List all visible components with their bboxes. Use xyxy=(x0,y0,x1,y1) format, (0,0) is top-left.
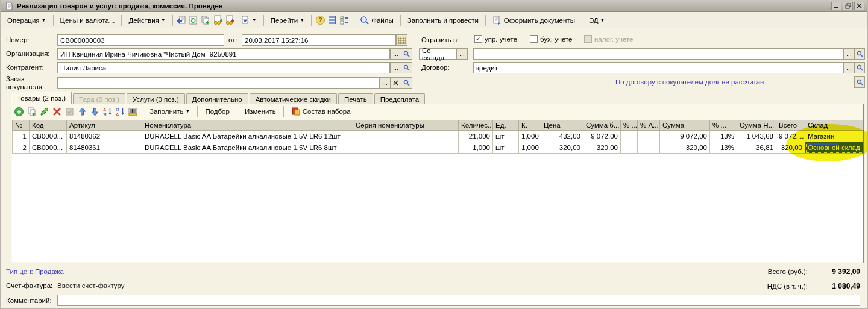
list-settings-icon[interactable] xyxy=(327,15,338,26)
table-cell[interactable]: 2 xyxy=(13,142,30,154)
customer-order-clear-button[interactable] xyxy=(390,77,401,89)
add-row-icon[interactable] xyxy=(13,106,24,117)
warehouse-open-button[interactable] xyxy=(854,48,865,60)
table-cell[interactable]: 320,00 xyxy=(541,142,583,154)
table-cell[interactable]: 21,000 xyxy=(459,131,493,142)
invoice-link[interactable]: Ввести счет-фактуру xyxy=(57,282,124,289)
sort-ascending-icon[interactable]: АЯ xyxy=(102,106,113,117)
column-header-14[interactable]: Сумма Н... xyxy=(737,120,776,131)
column-header-5[interactable]: Количес... xyxy=(459,120,493,131)
set-content-button[interactable]: Состав набора xyxy=(288,105,354,118)
number-input[interactable] xyxy=(57,34,224,46)
sort-descending-icon[interactable]: ЯА xyxy=(115,106,125,117)
table-cell[interactable]: 1,000 xyxy=(459,142,493,154)
table-cell[interactable]: 13% xyxy=(710,131,737,142)
table-cell[interactable]: 9 072,... xyxy=(776,131,805,142)
list-setup-icon[interactable] xyxy=(339,15,350,26)
table-cell[interactable]: 320,00 xyxy=(776,142,805,154)
column-header-0[interactable]: № xyxy=(13,120,30,131)
prices-currency-button[interactable]: Цены и валюта... xyxy=(57,15,119,26)
calendar-button[interactable] xyxy=(396,34,407,46)
warehouse-mode-select-button[interactable]: ... xyxy=(456,48,468,60)
checkbox-book-accounting[interactable]: бух. учете xyxy=(530,35,573,43)
counterparty-select-button[interactable]: ... xyxy=(390,62,401,73)
goto-button[interactable]: Перейти▼ xyxy=(267,15,309,26)
table-cell[interactable] xyxy=(638,131,660,142)
column-header-6[interactable]: Ед. xyxy=(493,120,519,131)
warehouse-input[interactable] xyxy=(473,48,843,60)
tab-6[interactable]: Предоплата xyxy=(374,93,426,104)
table-cell[interactable]: Магазин xyxy=(805,131,863,142)
customer-order-input[interactable] xyxy=(57,77,379,89)
copy-document-icon[interactable] xyxy=(200,15,211,26)
ed-button[interactable]: ЭД▼ xyxy=(585,15,609,26)
barcode-icon[interactable] xyxy=(127,106,138,117)
table-cell[interactable]: 432,00 xyxy=(541,131,583,142)
make-documents-button[interactable]: Оформить документы xyxy=(489,14,579,27)
tab-5[interactable]: Печать xyxy=(338,93,373,104)
table-cell[interactable]: 9 072,00 xyxy=(583,131,621,142)
column-header-2[interactable]: Артикул xyxy=(67,120,142,131)
column-header-15[interactable]: Всего xyxy=(776,120,805,131)
contract-select-button[interactable]: ... xyxy=(843,62,855,73)
tab-1[interactable]: Тара (0 поз.) xyxy=(73,93,125,104)
table-cell[interactable]: шт xyxy=(493,142,519,154)
move-down-icon[interactable] xyxy=(89,106,100,117)
unpost-document-icon[interactable] xyxy=(224,15,235,26)
post-document-icon[interactable] xyxy=(212,15,223,26)
counterparty-open-button[interactable] xyxy=(401,62,412,73)
date-input[interactable] xyxy=(242,34,396,46)
checkbox-management-accounting[interactable]: ✓ упр. учете xyxy=(474,35,517,43)
customer-order-open-button[interactable] xyxy=(401,77,412,89)
copy-row-icon[interactable] xyxy=(26,106,37,117)
table-cell[interactable]: 81480361 xyxy=(67,142,142,154)
table-cell[interactable]: 9 072,00 xyxy=(660,131,710,142)
edit-row-icon[interactable] xyxy=(39,106,49,117)
column-header-4[interactable]: Серия номенклатуры xyxy=(353,120,459,131)
files-button[interactable]: Файлы xyxy=(356,14,397,27)
actions-button[interactable]: Действия▼ xyxy=(125,15,169,26)
table-cell[interactable]: DURACELL Basic AA Батарейки алкалиновые … xyxy=(142,142,353,154)
table-cell[interactable] xyxy=(353,142,459,154)
table-row[interactable]: 2СВ0000...81480361DURACELL Basic AA Бата… xyxy=(13,142,863,154)
output-document-button[interactable]: ▼ xyxy=(236,13,260,27)
debt-open-button[interactable] xyxy=(854,76,865,88)
tab-0[interactable]: Товары (2 поз.) xyxy=(11,92,72,104)
post-and-close-icon[interactable] xyxy=(176,15,187,26)
table-cell[interactable] xyxy=(638,142,660,154)
column-header-10[interactable]: % ... xyxy=(621,120,638,131)
column-header-11[interactable]: % А... xyxy=(638,120,660,131)
column-header-7[interactable]: К. xyxy=(519,120,541,131)
table-row[interactable]: 1СВ0000...81480362DURACELL Basic AA Бата… xyxy=(13,131,863,142)
fill-button[interactable]: Заполнить▼ xyxy=(146,106,193,117)
operation-button[interactable]: Операция▼ xyxy=(4,15,50,26)
table-cell[interactable] xyxy=(621,131,638,142)
table-cell[interactable] xyxy=(353,131,459,142)
comment-input[interactable] xyxy=(57,295,860,306)
price-type-link[interactable]: Тип цен: Продажа xyxy=(6,268,64,275)
delete-row-icon[interactable] xyxy=(51,106,62,117)
tab-2[interactable]: Услуги (0 поз.) xyxy=(127,93,185,104)
table-cell[interactable] xyxy=(621,142,638,154)
restore-button[interactable] xyxy=(843,2,853,10)
organization-select-button[interactable]: ... xyxy=(390,48,401,60)
tab-4[interactable]: Автоматические скидки xyxy=(250,93,337,104)
column-header-1[interactable]: Код xyxy=(30,120,67,131)
table-cell[interactable]: шт xyxy=(493,131,519,142)
table-cell[interactable]: 13% xyxy=(710,142,737,154)
table-cell[interactable]: Основной склад xyxy=(805,142,863,154)
organization-open-button[interactable] xyxy=(401,48,412,60)
contract-open-button[interactable] xyxy=(854,62,865,73)
table-cell[interactable]: СВ0000... xyxy=(30,131,67,142)
close-button[interactable] xyxy=(854,2,864,10)
move-up-icon[interactable] xyxy=(77,106,87,117)
column-header-16[interactable]: Склад xyxy=(805,120,863,131)
table-cell[interactable]: 320,00 xyxy=(660,142,710,154)
tab-3[interactable]: Дополнительно xyxy=(186,93,248,104)
table-cell[interactable]: DURACELL Basic AA Батарейки алкалиновые … xyxy=(142,131,353,142)
column-header-12[interactable]: Сумма xyxy=(660,120,710,131)
help-icon[interactable]: ? xyxy=(315,15,326,26)
refresh-document-icon[interactable] xyxy=(188,15,199,26)
change-button[interactable]: Изменить xyxy=(241,106,280,117)
debt-notice-link[interactable]: По договору с покупателем долг не рассчи… xyxy=(615,78,764,86)
